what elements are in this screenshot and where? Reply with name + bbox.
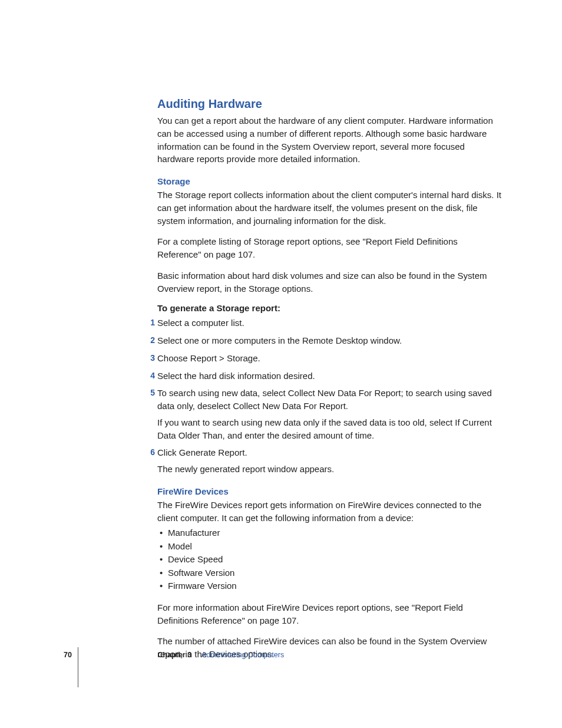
content-column: Auditing Hardware You can get a report a… [157,97,504,669]
step-number: 6 [147,446,155,458]
step-text: Select one or more computers in the Remo… [157,335,402,345]
step-number: 2 [147,334,155,346]
storage-howto-heading: To generate a Storage report: [157,303,504,313]
firewire-paragraph-2: For more information about FireWire Devi… [157,601,504,627]
subsection-heading-storage: Storage [157,176,504,186]
subsection-heading-firewire: FireWire Devices [157,486,504,496]
bullet-item: Device Speed [157,553,504,566]
step-text: Select the hard disk information desired… [157,371,315,381]
step-text: Click Generate Report. [157,447,247,457]
page-number: 70 [64,651,156,659]
page: Auditing Hardware You can get a report a… [0,0,562,728]
intro-paragraph: You can get a report about the hardware … [157,114,504,166]
bullet-item: Manufacturer [157,526,504,540]
storage-paragraph-3: Basic information about hard disk volume… [157,269,504,295]
step-text: Choose Report > Storage. [157,353,260,363]
step-number: 4 [147,370,155,381]
storage-paragraph-1: The Storage report collects information … [157,189,504,227]
step-4: 4 Select the hard disk information desir… [157,370,504,383]
chapter-label: Chapter 3 [157,651,191,659]
step-6-note: The newly generated report window appear… [157,463,504,476]
step-5: 5 To search using new data, select Colle… [157,387,504,442]
step-number: 5 [147,387,155,398]
page-footer: 70 Chapter 3 Administering Computers [64,651,500,659]
firewire-bullet-list: Manufacturer Model Device Speed Software… [157,526,504,593]
step-number: 1 [147,317,155,328]
chapter-title: Administering Computers [201,651,284,659]
bullet-item: Model [157,540,504,554]
step-number: 3 [147,352,155,364]
bullet-item: Firmware Version [157,579,504,593]
step-6: 6 Click Generate Report. The newly gener… [157,446,504,476]
step-5-note: If you want to search using new data onl… [157,416,504,442]
firewire-paragraph-1: The FireWire Devices report gets informa… [157,499,504,525]
step-1: 1 Select a computer list. [157,317,504,330]
step-3: 3 Choose Report > Storage. [157,352,504,365]
bullet-item: Software Version [157,566,504,580]
storage-paragraph-2: For a complete listing of Storage report… [157,235,504,261]
step-2: 2 Select one or more computers in the Re… [157,334,504,347]
section-heading-auditing-hardware: Auditing Hardware [157,97,504,111]
step-text: To search using new data, select Collect… [157,388,492,411]
step-text: Select a computer list. [157,318,244,328]
